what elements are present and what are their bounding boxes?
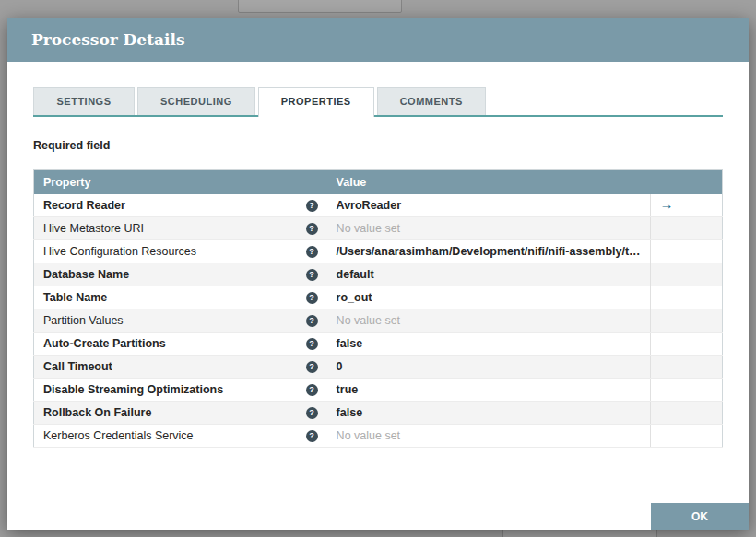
row-actions-cell	[650, 402, 722, 425]
column-header-value: Value	[327, 170, 651, 195]
row-actions-cell	[650, 379, 722, 402]
help-icon[interactable]: ?	[306, 292, 318, 304]
property-name: Record Reader	[43, 199, 125, 212]
property-name: Disable Streaming Optimizations	[43, 383, 223, 396]
property-value: default	[327, 263, 651, 286]
help-icon[interactable]: ?	[306, 200, 318, 212]
help-icon[interactable]: ?	[306, 246, 318, 258]
help-icon[interactable]: ?	[306, 384, 318, 396]
tab-settings[interactable]: SETTINGS	[33, 87, 135, 115]
processor-details-dialog: Processor Details SETTINGSSCHEDULINGPROP…	[7, 18, 749, 530]
property-value: No value set	[327, 425, 651, 448]
ok-button[interactable]: OK	[651, 503, 749, 530]
tab-bar: SETTINGSSCHEDULINGPROPERTIESCOMMENTS	[33, 87, 723, 117]
property-name: Call Timeout	[43, 360, 112, 373]
row-actions-cell	[650, 333, 722, 356]
required-field-label: Required field	[33, 139, 723, 152]
property-value: /Users/anarasimham/Development/nifi/nifi…	[327, 240, 651, 263]
table-header-row: Property Value	[34, 170, 723, 195]
property-value: false	[327, 402, 651, 425]
property-name: Table Name	[43, 291, 107, 304]
table-row: Record Reader?AvroReader→	[34, 194, 723, 217]
row-actions-cell	[650, 217, 722, 240]
table-row: Disable Streaming Optimizations?true	[34, 379, 723, 402]
dialog-title: Processor Details	[7, 18, 749, 62]
help-icon[interactable]: ?	[306, 315, 318, 327]
property-value: 0	[327, 356, 651, 379]
table-row: Auto-Create Partitions?false	[34, 333, 723, 356]
table-row: Kerberos Credentials Service?No value se…	[34, 425, 723, 448]
column-header-property: Property	[34, 170, 327, 195]
table-row: Database Name?default	[34, 263, 723, 286]
help-icon[interactable]: ?	[306, 269, 318, 281]
table-row: Hive Configuration Resources?/Users/anar…	[34, 240, 723, 263]
row-actions-cell	[650, 263, 722, 286]
row-actions-cell	[650, 309, 722, 333]
table-row: Rollback On Failure?false	[34, 402, 723, 425]
row-actions-cell	[650, 240, 722, 263]
help-icon[interactable]: ?	[306, 223, 318, 235]
property-value: No value set	[327, 217, 651, 240]
property-value: No value set	[327, 309, 651, 333]
tab-comments[interactable]: COMMENTS	[377, 87, 486, 115]
table-row: Call Timeout?0	[34, 356, 723, 379]
property-name: Partition Values	[43, 314, 124, 327]
property-value: true	[327, 379, 651, 402]
property-value: false	[327, 333, 651, 356]
properties-table: Property Value Record Reader?AvroReader→…	[33, 169, 723, 448]
table-row: Hive Metastore URI?No value set	[34, 217, 723, 240]
table-row: Table Name?ro_out	[34, 286, 723, 309]
help-icon[interactable]: ?	[306, 338, 318, 350]
property-name: Kerberos Credentials Service	[43, 429, 194, 442]
help-icon[interactable]: ?	[306, 407, 318, 419]
row-actions-cell	[650, 425, 722, 448]
go-to-service-icon[interactable]: →	[660, 196, 674, 212]
table-row: Partition Values?No value set	[34, 309, 723, 333]
help-icon[interactable]: ?	[306, 430, 318, 442]
tab-properties[interactable]: PROPERTIES	[258, 87, 374, 117]
property-name: Database Name	[43, 268, 129, 281]
row-actions-cell: →	[650, 194, 722, 217]
column-header-actions	[650, 170, 722, 195]
property-name: Auto-Create Partitions	[43, 337, 166, 350]
property-name: Hive Configuration Resources	[43, 245, 196, 258]
help-icon[interactable]: ?	[306, 361, 318, 373]
property-name: Rollback On Failure	[43, 406, 151, 419]
tab-scheduling[interactable]: SCHEDULING	[137, 87, 255, 115]
property-value: AvroReader	[327, 194, 651, 217]
row-actions-cell	[650, 356, 722, 379]
property-value: ro_out	[327, 286, 651, 309]
property-name: Hive Metastore URI	[43, 222, 144, 235]
row-actions-cell	[650, 286, 722, 309]
